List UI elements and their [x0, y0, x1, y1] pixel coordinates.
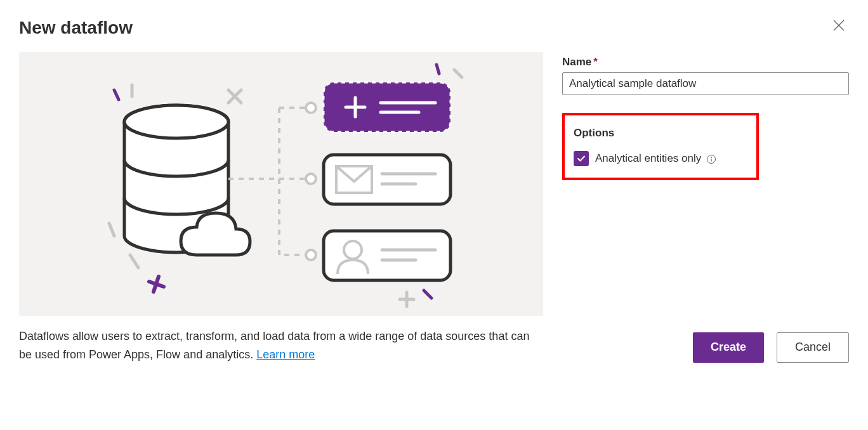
svg-point-35: [711, 157, 712, 158]
options-heading: Options: [574, 127, 747, 140]
analytical-entities-checkbox[interactable]: [574, 151, 589, 166]
svg-line-22: [437, 65, 439, 74]
svg-point-9: [124, 105, 228, 138]
name-label-text: Name: [562, 56, 591, 68]
svg-line-2: [114, 90, 119, 100]
dialog-title: New dataflow: [19, 18, 849, 38]
dataflow-illustration: [19, 52, 543, 316]
svg-point-13: [306, 174, 316, 184]
svg-line-4: [109, 223, 114, 236]
options-section-highlight: Options Analytical entities only: [562, 113, 759, 180]
checkmark-icon: [576, 153, 586, 164]
svg-point-12: [306, 103, 316, 113]
checkbox-label-text: Analytical entities only: [595, 152, 701, 164]
svg-rect-23: [324, 155, 450, 204]
learn-more-link[interactable]: Learn more: [256, 348, 315, 361]
svg-line-31: [424, 290, 431, 298]
svg-rect-27: [324, 231, 450, 280]
svg-line-21: [454, 70, 462, 77]
close-icon: [833, 20, 845, 31]
svg-line-5: [130, 255, 138, 268]
info-icon[interactable]: [706, 154, 716, 164]
svg-rect-15: [324, 82, 450, 132]
analytical-entities-label: Analytical entities only: [595, 152, 716, 165]
name-input[interactable]: [562, 72, 849, 95]
create-button[interactable]: Create: [693, 332, 764, 363]
svg-point-14: [306, 250, 316, 260]
name-field-label: Name*: [562, 56, 849, 68]
dialog-description: Dataflows allow users to extract, transf…: [19, 327, 543, 364]
close-button[interactable]: [831, 18, 846, 33]
svg-line-7: [154, 277, 159, 292]
required-asterisk: *: [593, 56, 598, 68]
cancel-button[interactable]: Cancel: [777, 332, 849, 363]
